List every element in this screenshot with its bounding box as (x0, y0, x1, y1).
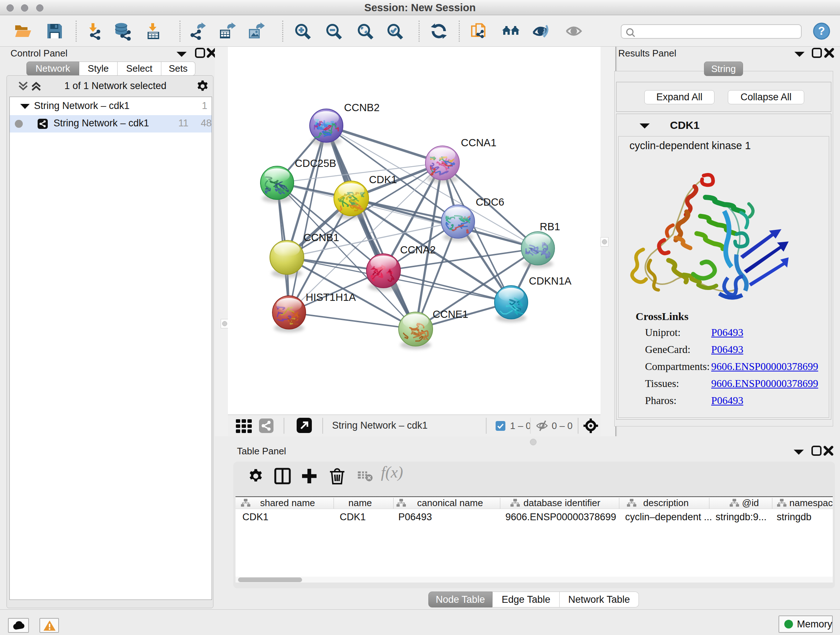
svg-text:?: ? (818, 25, 825, 37)
svg-text:CDKN1A: CDKN1A (529, 275, 572, 287)
svg-text:RB1: RB1 (540, 221, 560, 233)
svg-text:CCNB2: CCNB2 (344, 102, 379, 113)
svg-text:CCNA1: CCNA1 (461, 137, 496, 149)
svg-text:CDC25B: CDC25B (295, 157, 336, 169)
svg-text:CCNB1: CCNB1 (303, 232, 339, 243)
svg-text:HIST1H1A: HIST1H1A (306, 291, 356, 303)
svg-text:CCNE1: CCNE1 (433, 309, 468, 320)
svg-text:CDK1: CDK1 (369, 174, 397, 185)
svg-text:CCNA2: CCNA2 (400, 244, 436, 256)
svg-text:CDC6: CDC6 (476, 196, 504, 208)
